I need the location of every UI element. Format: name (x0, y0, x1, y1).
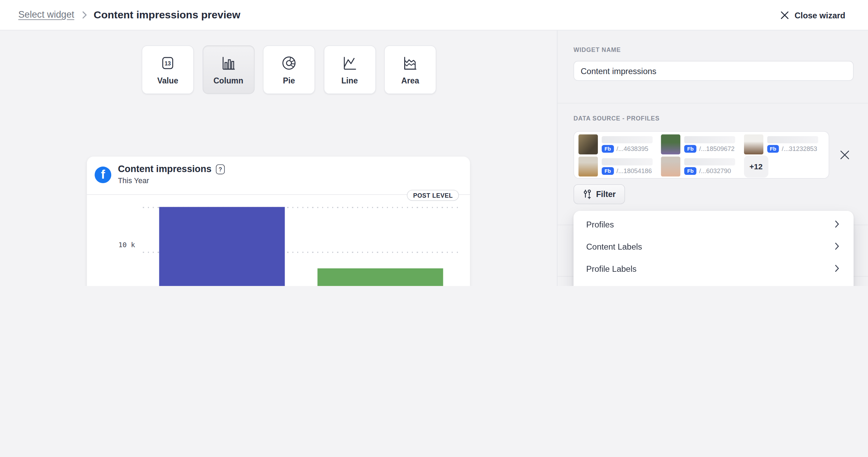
filter-dropdown-menu: Profiles Content Labels Profile Labels P… (574, 211, 854, 286)
chevron-right-icon (835, 242, 839, 250)
plot-area: Paid Organic (143, 207, 459, 286)
widget-type-label: Area (401, 76, 419, 85)
breadcrumb-chevron-icon (82, 11, 87, 19)
section-divider (557, 103, 868, 104)
area-chart-icon (402, 54, 418, 71)
widget-type-value[interactable]: 13 Value (142, 45, 194, 94)
chart-title: Content impressions (118, 164, 211, 175)
breadcrumb-back-link[interactable]: Select widget (18, 9, 74, 20)
widget-type-label: Line (341, 76, 358, 85)
post-level-badge: POST LEVEL (407, 190, 459, 201)
filter-button[interactable]: Filter (574, 184, 625, 204)
widget-type-label: Value (157, 76, 178, 85)
facebook-badge: Fb (602, 167, 614, 175)
chart-subtitle: This Year (118, 177, 225, 185)
widget-type-label: Pie (283, 76, 295, 85)
avatar (661, 156, 681, 177)
profile-chip[interactable]: Fb/...6032790 (660, 155, 743, 178)
avatar (578, 134, 598, 154)
facebook-badge: Fb (684, 145, 697, 153)
close-icon (781, 11, 789, 19)
menu-item-content-labels[interactable]: Content Labels (574, 235, 854, 257)
profile-chip[interactable]: Fb/...4638395 (577, 134, 660, 155)
name-skeleton (684, 136, 735, 144)
chevron-right-icon (835, 220, 839, 228)
value-icon: 13 (159, 54, 176, 71)
facebook-badge: Fb (602, 145, 614, 153)
profile-chip[interactable]: Fb/...18509672 (660, 134, 743, 155)
help-icon[interactable]: ? (216, 164, 225, 174)
avatar (744, 134, 763, 154)
close-wizard-label: Close wizard (795, 10, 845, 20)
avatar (578, 156, 598, 177)
widget-type-line[interactable]: Line (324, 45, 375, 94)
chart-preview-card: f Content impressions ? This Year POST L… (87, 156, 470, 286)
chart-header: f Content impressions ? This Year (87, 156, 470, 195)
widget-type-column[interactable]: Column (202, 45, 254, 94)
profile-id: /...18509672 (699, 145, 734, 152)
remove-data-source-icon[interactable] (839, 149, 851, 161)
widget-type-selector: 13 Value Column Pie Line Area (142, 45, 436, 94)
widget-name-label: WIDGET NAME (574, 46, 621, 53)
bar-paid[interactable] (159, 207, 285, 286)
widget-type-label: Column (213, 76, 243, 85)
pie-chart-icon (281, 54, 297, 71)
name-skeleton (602, 136, 653, 144)
close-wizard-button[interactable]: Close wizard (781, 10, 845, 20)
y-tick-label: 7.5 k (87, 286, 135, 286)
profile-chips-container: Fb/...4638395 Fb/...18509672 Fb/...31232… (574, 131, 829, 179)
top-bar: Select widget Content impressions previe… (0, 0, 868, 30)
bar-organic[interactable] (318, 268, 443, 286)
column-chart-icon (220, 54, 237, 71)
menu-item-platform[interactable]: Platform (574, 279, 854, 286)
facebook-icon: f (95, 167, 111, 183)
svg-text:13: 13 (165, 60, 171, 66)
page-title: Content impressions preview (94, 9, 240, 21)
facebook-badge: Fb (684, 167, 697, 175)
menu-item-profile-labels[interactable]: Profile Labels (574, 257, 854, 279)
facebook-badge: Fb (767, 145, 779, 153)
menu-item-profiles[interactable]: Profiles (574, 213, 854, 235)
widget-name-input[interactable] (574, 61, 854, 81)
settings-panel: WIDGET NAME DATA SOURCE - PROFILES Fb/..… (557, 30, 868, 286)
profile-id: /...6032790 (699, 168, 731, 174)
chevron-right-icon (835, 265, 839, 272)
line-chart-icon (341, 54, 358, 71)
profile-id: /...18054186 (617, 168, 652, 174)
name-skeleton (767, 136, 818, 144)
data-source-label: DATA SOURCE - PROFILES (574, 115, 660, 122)
profile-id: /...31232853 (782, 145, 817, 152)
bar-chart: Content impressions 10 k 7.5 k 5 k 2.5 k… (87, 195, 470, 286)
avatar (661, 134, 681, 154)
more-count: +12 (744, 155, 768, 178)
more-profiles-chip[interactable]: +12 (743, 155, 825, 178)
y-tick-label: 10 k (87, 241, 135, 249)
filter-button-label: Filter (596, 190, 616, 199)
widget-wizard-screen: Select widget Content impressions previe… (0, 0, 868, 286)
profile-chip[interactable]: Fb/...31232853 (743, 134, 825, 155)
widget-type-pie[interactable]: Pie (263, 45, 315, 94)
name-skeleton (602, 158, 653, 165)
filter-sliders-icon (583, 189, 592, 199)
widget-type-area[interactable]: Area (384, 45, 436, 94)
profile-id: /...4638395 (617, 145, 648, 152)
profile-chip[interactable]: Fb/...18054186 (577, 155, 660, 178)
name-skeleton (684, 158, 735, 165)
